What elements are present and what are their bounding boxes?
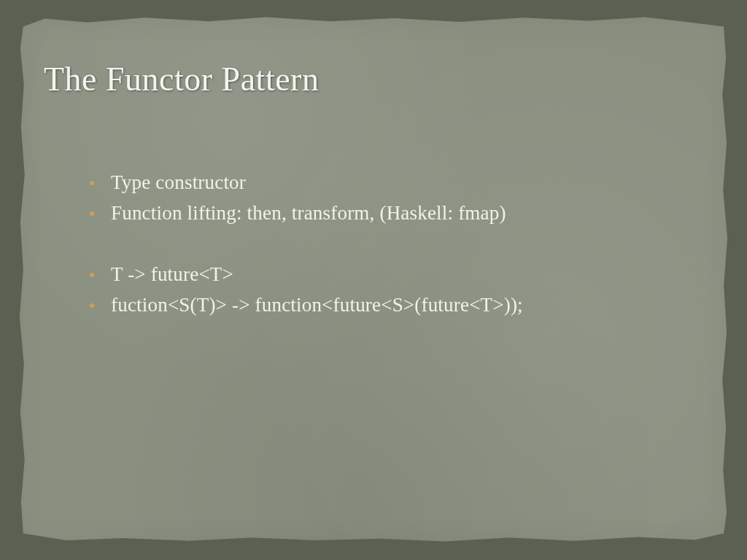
slide-title: The Functor Pattern [44, 60, 694, 98]
bullet-item: T -> future<T> [89, 260, 694, 290]
slide-content: Type constructor Function lifting: then,… [53, 168, 694, 320]
bullet-item: fuction<S(T)> -> function<future<S>(futu… [89, 290, 694, 321]
bullet-list: Type constructor Function lifting: then,… [89, 168, 694, 229]
bullet-item: Function lifting: then, transform, (Hask… [89, 198, 694, 229]
slide-surface: The Functor Pattern Type constructor Fun… [16, 16, 731, 544]
bullet-item: Type constructor [89, 168, 694, 198]
spacer [89, 229, 694, 260]
bullet-list: T -> future<T> fuction<S(T)> -> function… [89, 260, 694, 321]
